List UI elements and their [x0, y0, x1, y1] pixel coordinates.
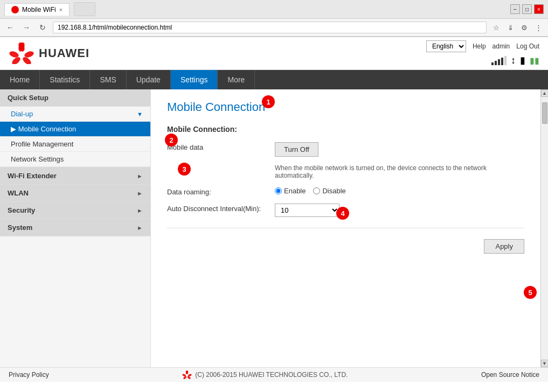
header-top-right: English Help admin Log Out	[426, 40, 539, 52]
page-title: Mobile Connection	[167, 100, 524, 114]
page: HUAWEI English Help admin Log Out ↕	[0, 37, 548, 382]
open-source-link[interactable]: Open Source Notice	[481, 371, 539, 379]
copyright-text: (C) 2006-2015 HUAWEI TECHNOLOGIES CO., L…	[195, 371, 348, 379]
sidebar-system-arrow: ►	[137, 225, 143, 231]
settings-icon[interactable]: ⚙	[519, 22, 530, 33]
sidebar-wlan-arrow: ►	[137, 190, 143, 197]
logo-area: HUAWEI	[9, 43, 89, 64]
sidebar-system-header[interactable]: System ►	[0, 219, 150, 236]
scroll-track[interactable]	[541, 97, 548, 360]
monitor-icon: ▮	[520, 54, 525, 66]
tab-favicon	[11, 6, 19, 13]
enable-radio-label[interactable]: Enable	[275, 187, 306, 195]
tab-close-button[interactable]: ×	[59, 6, 63, 13]
sidebar-dialup-header[interactable]: Dial-up ▼	[0, 107, 150, 122]
header-right: English Help admin Log Out ↕ ▮ ▮▮	[426, 40, 539, 66]
nav-icons: ☆ ⇓ ⚙ ⋮	[491, 22, 544, 33]
sidebar-item-mobile-connection[interactable]: Mobile Connection	[0, 122, 150, 137]
data-transfer-icon: ↕	[511, 55, 516, 66]
sidebar-item-network-settings[interactable]: Network Settings	[0, 152, 150, 167]
disable-label: Disable	[322, 187, 345, 195]
reload-button[interactable]: ↻	[37, 22, 48, 33]
star-icon[interactable]: ☆	[491, 22, 502, 33]
privacy-policy-link[interactable]: Privacy Policy	[9, 371, 49, 379]
tab-bar: Mobile WiFi ×	[4, 2, 95, 16]
sidebar-wlan-header[interactable]: WLAN ►	[0, 185, 150, 201]
circle-4: 4	[336, 207, 349, 220]
data-roaming-row: Data roaming: Enable Disable	[167, 187, 524, 196]
turn-off-button[interactable]: Turn Off	[275, 142, 318, 157]
sidebar-system-label: System	[8, 223, 32, 232]
logo-text: HUAWEI	[39, 46, 89, 60]
sidebar-section-quicksetup: Quick Setup	[0, 89, 150, 107]
auto-disconnect-select[interactable]: 10 20 30	[275, 204, 339, 217]
nav-update[interactable]: Update	[127, 70, 171, 89]
footer-center: (C) 2006-2015 HUAWEI TECHNOLOGIES CO., L…	[182, 370, 348, 379]
enable-label: Enable	[284, 187, 306, 195]
window-controls: − □ ×	[510, 4, 544, 14]
sidebar-section-security: Security ►	[0, 202, 150, 219]
auto-disconnect-label: Auto Disconnect Interval(Min):	[167, 204, 275, 213]
admin-label: admin	[492, 43, 510, 50]
sidebar-security-label: Security	[8, 206, 35, 214]
sidebar-security-arrow: ►	[137, 207, 143, 214]
signal-bar-1	[491, 62, 494, 65]
menu-icon[interactable]: ⋮	[533, 22, 544, 33]
circle-3: 3	[178, 163, 191, 176]
sidebar-dialup-label: Dial-up	[11, 110, 33, 118]
nav-settings[interactable]: Settings	[171, 70, 218, 89]
disable-radio-label[interactable]: Disable	[313, 187, 345, 195]
footer-logo-icon	[182, 370, 192, 379]
signal-bar-2	[495, 61, 497, 65]
circle-2: 2	[165, 134, 178, 146]
browser-tab[interactable]: Mobile WiFi ×	[4, 3, 70, 16]
nav-more[interactable]: More	[218, 70, 255, 89]
sidebar-wifi-extender-header[interactable]: Wi-Fi Extender ►	[0, 167, 150, 184]
sidebar-wifi-extender-arrow: ►	[137, 173, 143, 179]
nav-home[interactable]: Home	[0, 70, 40, 89]
nav-sms[interactable]: SMS	[90, 70, 126, 89]
nav-menu: Home Statistics SMS Update Settings More	[0, 70, 548, 89]
data-roaming-label: Data roaming:	[167, 187, 275, 196]
sidebar-quicksetup-header[interactable]: Quick Setup	[0, 89, 150, 106]
svg-point-7	[185, 370, 189, 374]
main-area: Quick Setup Dial-up ▼ Mobile Connection …	[0, 89, 548, 367]
battery-icon: ▮▮	[530, 55, 539, 66]
signal-bar-5	[504, 56, 507, 65]
forward-button[interactable]: →	[20, 22, 32, 33]
new-tab-area[interactable]	[74, 2, 95, 16]
apply-button[interactable]: Apply	[484, 239, 524, 254]
scroll-thumb[interactable]	[542, 102, 547, 124]
scroll-up-button[interactable]: ▲	[541, 89, 549, 97]
close-button[interactable]: ×	[534, 4, 544, 14]
scrollbar[interactable]: ▲ ▼	[540, 89, 548, 367]
page-header: HUAWEI English Help admin Log Out ↕	[0, 37, 548, 70]
sidebar-security-header[interactable]: Security ►	[0, 202, 150, 219]
scroll-down-button[interactable]: ▼	[541, 360, 549, 367]
data-roaming-control: Enable Disable	[275, 187, 524, 195]
footer: Privacy Policy (C) 2006-2015 HUAWEI TECH…	[0, 367, 548, 382]
disable-radio[interactable]	[313, 187, 320, 194]
sidebar-section-wifi-extender: Wi-Fi Extender ►	[0, 167, 150, 185]
language-select[interactable]: English	[426, 40, 466, 52]
sidebar-section-wlan: WLAN ►	[0, 185, 150, 202]
signal-bar-3	[498, 59, 500, 65]
mobile-data-row: Mobile data Turn Off	[167, 142, 524, 157]
mobile-data-control: Turn Off	[275, 142, 524, 157]
help-link[interactable]: Help	[473, 43, 486, 50]
nav-statistics[interactable]: Statistics	[40, 70, 90, 89]
content-area: Mobile Connection Mobile Connection: Mob…	[151, 89, 540, 367]
huawei-logo-icon	[9, 43, 34, 64]
logout-link[interactable]: Log Out	[516, 43, 539, 50]
hint-text: When the mobile network is turned on, th…	[275, 164, 524, 179]
download-icon[interactable]: ⇓	[505, 22, 516, 33]
minimize-button[interactable]: −	[510, 4, 520, 14]
back-button[interactable]: ←	[4, 22, 16, 33]
enable-radio[interactable]	[275, 187, 282, 194]
sidebar-item-profile-management[interactable]: Profile Management	[0, 137, 150, 152]
address-input[interactable]	[53, 22, 487, 33]
sidebar-quicksetup-label: Quick Setup	[8, 94, 48, 102]
signal-icon	[491, 56, 507, 65]
maximize-button[interactable]: □	[522, 4, 532, 14]
circle-5: 5	[524, 286, 537, 299]
